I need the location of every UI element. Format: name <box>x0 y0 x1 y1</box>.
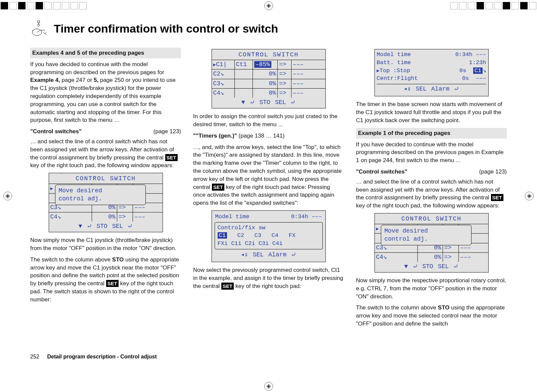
svg-line-7 <box>45 32 46 34</box>
paragraph: … and select the line of a control switc… <box>30 138 181 169</box>
paragraph: The timer in the base screen now starts … <box>356 100 507 124</box>
switch-icon: ⤾ <box>291 251 296 259</box>
switch-icon: ⤾ <box>454 85 459 93</box>
page-title: Timer confirmation with control or switc… <box>54 22 278 35</box>
svg-rect-0 <box>38 21 40 23</box>
switch-icon: ⤾ <box>128 222 133 231</box>
column-1: Examples 4 and 5 of the preceding pages … <box>30 46 181 372</box>
set-key-label: SET <box>165 154 178 161</box>
print-marks-bottom <box>0 381 537 391</box>
print-marks-top <box>0 1 537 11</box>
paragraph: Now simply move the respective proportio… <box>356 277 507 300</box>
page-footer: 252 Detail program description - Control… <box>30 354 157 360</box>
paragraph: …, and, with the arrow keys, select the … <box>193 143 344 207</box>
menu-reference: "Control switches" (page 123) <box>356 168 507 176</box>
switch-icon: ⤾ <box>413 262 418 271</box>
down-arrow-icon: ▼ <box>241 98 245 107</box>
set-key-label: SET <box>212 184 224 191</box>
menu-reference: ""Timers (gen.)" (page 138 … 141) <box>193 132 344 140</box>
paragraph: Now simply move the C1 joystick (throttl… <box>30 236 181 252</box>
lcd-overlay-message: Move desired control adj. <box>55 185 146 205</box>
paragraph: If you have decided to continue with the… <box>356 141 507 164</box>
set-key-label: SET <box>491 194 503 201</box>
lcd-control-switch-overlay: CONTROL SWITCH ––– ––– C3↘0%=>––– C4↘0%=… <box>49 173 163 232</box>
menu-reference: "Control switches" (page 123) <box>30 128 181 136</box>
paragraph: The switch to the column above STO using… <box>356 304 507 328</box>
paragraph: Now select the previously programmed con… <box>193 266 344 290</box>
registration-mark-icon <box>3 192 12 200</box>
lcd-timers-expanded-switches: Model time 0:34h ––– Control/fix sw C1 C… <box>212 210 326 262</box>
set-key-label: SET <box>106 280 119 287</box>
switch-icon: ⤾ <box>453 262 458 271</box>
registration-mark-icon <box>525 192 534 200</box>
page-number: 252 <box>30 354 46 360</box>
lcd-timers-assigned: Model time0:34h ––– Batt. time1:23h Top … <box>374 49 489 96</box>
switch-icon: ⤾ <box>250 98 255 107</box>
column-2: CONTROL SWITCH C1| Ct1 –85% => ––– C2↘0%… <box>193 46 344 372</box>
set-key-label: SET <box>221 283 234 290</box>
footer-section: Detail program description - Control adj… <box>47 354 156 359</box>
down-arrow-icon: ▼ <box>79 222 82 231</box>
expanded-switches-box: Control/fix sw C1 C2 C3 C4 FX FXi C1i C2… <box>215 222 323 249</box>
svg-point-2 <box>38 24 40 26</box>
paragraph: … and select the line of a control switc… <box>356 178 507 210</box>
paragraph: In order to assign the control switch yo… <box>193 112 344 129</box>
down-arrow-icon: ▼ <box>404 262 408 271</box>
lcd-overlay-message: Move desired control adj. <box>381 225 472 245</box>
switch-icon: ⤾ <box>87 222 92 231</box>
column-3: Model time0:34h ––– Batt. time1:23h Top … <box>356 46 507 372</box>
nav-arrows-icon: ◂⇕ <box>404 85 411 93</box>
lcd-title: CONTROL SWITCH <box>375 213 488 224</box>
subheading: Examples 4 and 5 of the preceding pages <box>30 48 181 58</box>
paragraph: The switch to the column above STO using… <box>30 256 181 304</box>
subheading: Example 1 of the preceding pages <box>356 128 507 139</box>
switch-icon: ⤾ <box>290 98 296 107</box>
registration-mark-icon <box>264 1 273 10</box>
lcd-control-switch-overlay: CONTROL SWITCH ––– ––– C3↘0%=>––– C4↘0%=… <box>374 213 489 273</box>
registration-mark-icon <box>264 382 273 391</box>
lcd-title: CONTROL SWITCH <box>212 49 325 60</box>
lcd-control-switch-assigned: CONTROL SWITCH C1| Ct1 –85% => ––– C2↘0%… <box>212 49 326 108</box>
stopwatch-icon <box>30 20 47 37</box>
nav-arrows-icon: ◂⇕ <box>241 251 248 259</box>
lcd-title: CONTROL SWITCH <box>49 173 163 184</box>
paragraph: If you have decided to continue with the… <box>30 60 181 124</box>
